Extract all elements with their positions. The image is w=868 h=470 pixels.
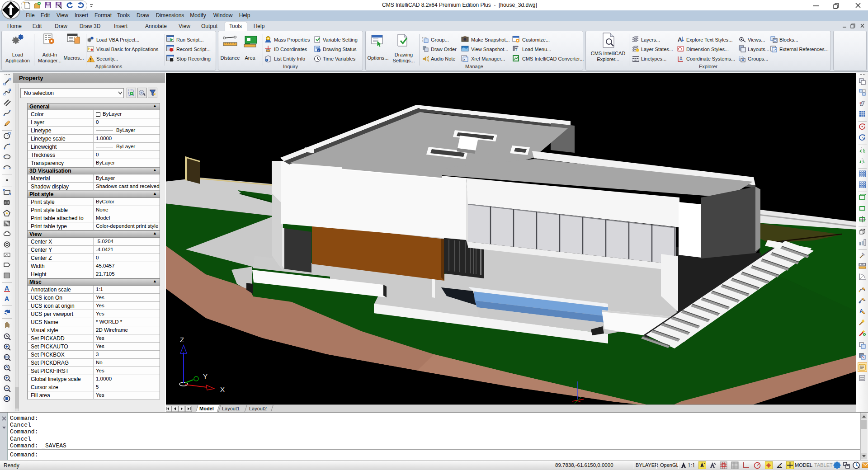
svg-text:X: X — [220, 385, 225, 393]
svg-text:A: A — [5, 285, 9, 292]
svg-text:Y: Y — [203, 372, 208, 380]
svg-text:Z: Z — [180, 336, 184, 343]
svg-text:T: T — [515, 47, 518, 52]
svg-text:i: i — [318, 49, 319, 52]
svg-text:i: i — [266, 59, 267, 61]
svg-text:A: A — [678, 36, 682, 43]
svg-text:x: x — [463, 57, 465, 61]
svg-text:A: A — [5, 295, 9, 302]
svg-text:A: A — [680, 56, 682, 59]
svg-text:↗: ↗ — [773, 48, 776, 52]
